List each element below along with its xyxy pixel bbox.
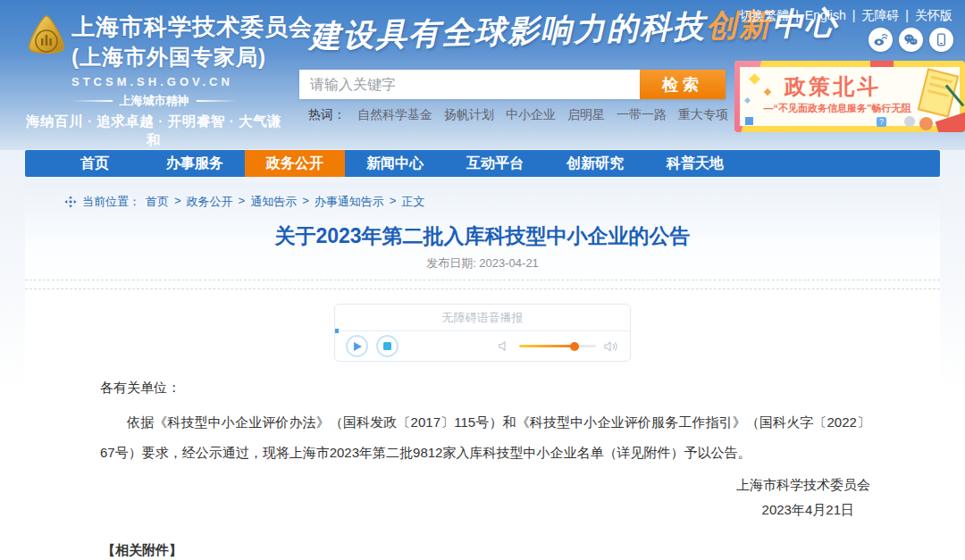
audio-controls [335,331,630,361]
utility-link[interactable]: English [805,8,846,24]
hot-word-link[interactable]: 自然科学基金 [357,107,432,123]
city-motto: 海纳百川 · 追求卓越 · 开明睿智 · 大气谦和 [21,113,286,150]
mobile-icon[interactable] [929,28,953,52]
breadcrumb-trail: 首页>政务公开>通知告示>办事通知告示>正文 [146,194,424,210]
play-button[interactable] [346,335,368,357]
nav-item[interactable]: 办事服务 [145,150,245,177]
utility-link[interactable]: 切换繁體 [739,8,789,24]
weibo-icon[interactable] [868,28,893,52]
accessibility-audio-player: 无障碍语音播报 [334,304,631,362]
breadcrumb-item[interactable]: > [390,194,397,210]
nav-item[interactable]: 政务公开 [245,150,345,177]
volume-group [498,340,619,353]
search-bar: 检索 [299,70,726,99]
page: 上海市科学技术委员会 (上海市外国专家局) STCSM.SH.GOV.CN 上海… [0,0,965,560]
volume-mute-icon[interactable] [498,340,512,352]
main-navigation: 首页 办事服务 政务公开 新闻中心 互动平台 创新研究 科普天地 [25,150,940,177]
volume-thumb[interactable] [570,342,579,351]
search-button[interactable]: 检索 [640,70,726,99]
hot-word-link[interactable]: 扬帆计划 [444,107,494,123]
utility-link[interactable]: 关怀版 [915,8,952,24]
social-buttons [868,28,953,52]
decorative-line [197,100,238,102]
agency-name: 上海市科学技术委员会 [71,12,313,43]
breadcrumb-label: 当前位置： [82,194,140,210]
article-title: 关于2023年第二批入库科技型中小企业的公告 [25,222,940,250]
hot-word-link[interactable]: 中小企业 [506,107,556,123]
slogan-prefix: 建设具有全球影响力的科技 [309,8,707,54]
nav-item[interactable]: 首页 [45,150,145,177]
breadcrumb-item[interactable]: 正文 [401,194,424,210]
publish-date: 发布日期: 2023-04-21 [25,255,940,272]
signature-date: 2023年4月21日 [25,502,940,519]
top-utility-links: 切换繁體|English|无障碍|关怀版 [739,8,952,24]
signature-name: 上海市科学技术委员会 [25,477,940,494]
volume-loud-icon[interactable] [603,340,619,353]
breadcrumb-item[interactable]: 办事通知告示 [315,194,384,210]
site-header: 上海市科学技术委员会 (上海市外国专家局) STCSM.SH.GOV.CN 上海… [0,0,965,150]
breadcrumb-item[interactable]: 通知告示 [250,194,297,210]
location-icon [64,196,77,208]
article-body: 依据《科技型中小企业评价办法》（国科发政〔2017〕115号）和《科技型中小企业… [100,407,870,468]
nav-item[interactable]: 科普天地 [645,150,745,177]
stop-button[interactable] [376,335,399,357]
search-input[interactable] [299,70,640,99]
banner-subtitle: —“不见面政务信息服务”畅行无阻 [736,102,938,115]
hot-words-label: 热词： [308,107,346,123]
breadcrumb-item[interactable]: > [302,194,309,210]
square-decoration [745,117,753,125]
brand-block: 上海市科学技术委员会 (上海市外国专家局) STCSM.SH.GOV.CN [71,12,313,88]
dot-decoration [904,116,915,127]
salutation: 各有关单位： [100,380,940,397]
nav-item[interactable]: 新闻中心 [345,150,445,177]
breadcrumb-item[interactable]: 首页 [146,194,169,210]
dashed-divider [25,288,940,289]
utility-link[interactable]: | [852,8,856,24]
agency-subname: (上海市外国专家局) [71,43,313,71]
site-url: STCSM.SH.GOV.CN [71,75,313,88]
volume-fill [519,345,575,347]
utility-link[interactable]: | [795,8,799,24]
utility-link[interactable]: 无障碍 [861,8,899,24]
nav-item[interactable]: 互动平台 [445,150,545,177]
dashed-divider [25,280,940,280]
breadcrumb-item[interactable]: 政务公开 [187,194,233,210]
question-mark-decoration: ? [877,117,886,127]
audio-divider [335,330,630,331]
stcsm-emblem-logo [25,14,68,63]
hot-word-link[interactable]: 一带一路 [617,107,667,123]
hot-word-link[interactable]: 重大专项 [678,107,728,123]
city-spirit-banner: 上海城市精神 [27,93,281,109]
decorative-line [71,100,113,102]
breadcrumb-item[interactable]: > [239,194,246,210]
city-spirit-label: 上海城市精神 [120,93,189,109]
banner-title: 政策北斗 [743,72,922,101]
wechat-icon[interactable] [899,28,923,52]
hot-word-link[interactable]: 启明星 [567,107,605,123]
hot-words-row: 热词： 自然科学基金扬帆计划中小企业启明星一带一路重大专项 [308,107,728,123]
utility-link[interactable]: | [905,8,909,24]
hot-words-list: 自然科学基金扬帆计划中小企业启明星一带一路重大专项 [357,107,728,123]
nav-item[interactable]: 创新研究 [545,150,645,177]
content-card: 当前位置： 首页>政务公开>通知告示>办事通知告示>正文 关于2023年第二批入… [25,182,940,560]
volume-slider[interactable] [519,345,596,347]
policy-beidou-banner[interactable]: 政策北斗 —“不见面政务信息服务”畅行无阻 ? [734,61,965,132]
stop-icon [383,342,391,350]
play-icon [354,342,362,351]
attachments-label: 【相关附件】 [102,542,940,559]
audio-player-title: 无障碍语音播报 [335,305,630,330]
ribbon-tab-decoration [870,61,894,67]
breadcrumb: 当前位置： 首页>政务公开>通知告示>办事通知告示>正文 [25,182,940,210]
hand-decoration [919,117,933,130]
breadcrumb-item[interactable]: > [174,194,181,210]
